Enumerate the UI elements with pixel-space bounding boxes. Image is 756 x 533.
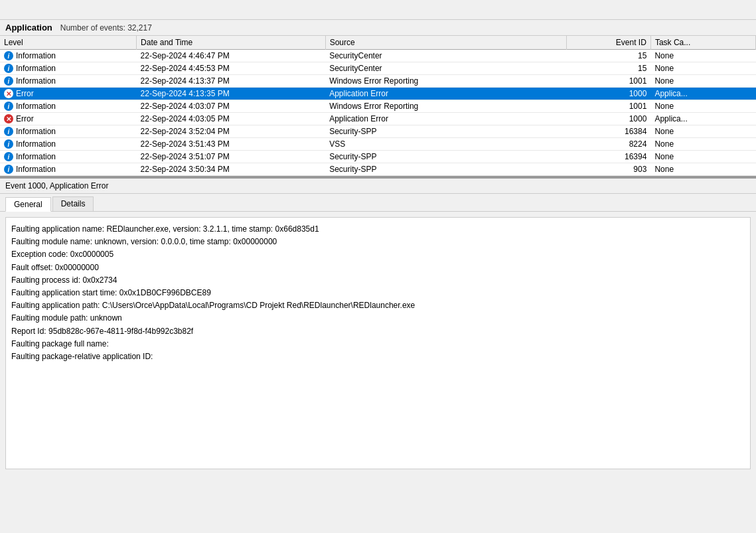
- col-header-taskcat[interactable]: Task Ca...: [650, 36, 755, 50]
- info-icon: i: [4, 165, 13, 174]
- table-row[interactable]: ✕Error22-Sep-2024 4:03:05 PMApplication …: [0, 113, 756, 125]
- cell-datetime: 22-Sep-2024 3:52:04 PM: [137, 125, 326, 138]
- detail-line: Faulting application name: REDlauncher.e…: [11, 223, 745, 236]
- cell-taskcat: Applica...: [650, 113, 755, 125]
- tabs-bar: General Details: [0, 194, 756, 212]
- cell-source: Windows Error Reporting: [325, 100, 567, 113]
- cell-level: ✕Error: [0, 88, 137, 100]
- detail-line: Fault offset: 0x00000000: [11, 262, 745, 274]
- table-row[interactable]: iInformation22-Sep-2024 3:51:07 PMSecuri…: [0, 151, 756, 163]
- cell-datetime: 22-Sep-2024 3:51:07 PM: [137, 151, 326, 163]
- info-icon: i: [4, 127, 13, 136]
- cell-taskcat: None: [650, 138, 755, 151]
- cell-source: SecurityCenter: [325, 50, 567, 62]
- table-row[interactable]: ✕Error22-Sep-2024 4:13:35 PMApplication …: [0, 88, 756, 100]
- cell-taskcat: None: [650, 75, 755, 88]
- cell-datetime: 22-Sep-2024 4:03:05 PM: [137, 113, 326, 125]
- info-icon: i: [4, 51, 13, 60]
- cell-datetime: 22-Sep-2024 3:50:34 PM: [137, 163, 326, 176]
- cell-eventid: 15: [567, 62, 651, 75]
- table-row[interactable]: iInformation22-Sep-2024 3:50:34 PMSecuri…: [0, 163, 756, 176]
- info-icon: i: [4, 64, 13, 73]
- table-header-row: Level Date and Time Source Event ID Task…: [0, 36, 756, 50]
- info-icon: i: [4, 152, 13, 161]
- error-icon: ✕: [4, 114, 13, 123]
- cell-datetime: 22-Sep-2024 4:45:53 PM: [137, 62, 326, 75]
- cell-taskcat: None: [650, 62, 755, 75]
- tab-details[interactable]: Details: [52, 196, 94, 211]
- cell-datetime: 22-Sep-2024 4:03:07 PM: [137, 100, 326, 113]
- detail-line: Faulting process id: 0x0x2734: [11, 274, 745, 287]
- error-icon: ✕: [4, 89, 13, 98]
- cell-eventid: 16384: [567, 125, 651, 138]
- level-text: Information: [16, 76, 56, 86]
- cell-eventid: 1001: [567, 75, 651, 88]
- cell-taskcat: None: [650, 100, 755, 113]
- events-table: Level Date and Time Source Event ID Task…: [0, 36, 756, 176]
- cell-eventid: 8224: [567, 138, 651, 151]
- detail-line: Faulting package-relative application ID…: [11, 350, 745, 363]
- event-count: Number of events: 32,217: [60, 23, 152, 33]
- table-row[interactable]: iInformation22-Sep-2024 4:13:37 PMWindow…: [0, 75, 756, 88]
- cell-datetime: 22-Sep-2024 4:13:37 PM: [137, 75, 326, 88]
- detail-line: Faulting module path: unknown: [11, 312, 745, 325]
- cell-source: Application Error: [325, 88, 567, 100]
- level-text: Information: [16, 152, 56, 161]
- events-table-container: Level Date and Time Source Event ID Task…: [0, 36, 756, 177]
- log-title: Application: [5, 23, 52, 33]
- level-text: Information: [16, 102, 56, 111]
- detail-line: Faulting package full name:: [11, 338, 745, 350]
- table-row[interactable]: iInformation22-Sep-2024 4:03:07 PMWindow…: [0, 100, 756, 113]
- detail-line: Faulting module name: unknown, version: …: [11, 236, 745, 248]
- table-row[interactable]: iInformation22-Sep-2024 4:46:47 PMSecuri…: [0, 50, 756, 62]
- col-header-level[interactable]: Level: [0, 36, 137, 50]
- tab-general[interactable]: General: [5, 197, 51, 212]
- cell-level: iInformation: [0, 75, 137, 88]
- detail-content-area: Faulting application name: REDlauncher.e…: [5, 217, 751, 469]
- col-header-eventid[interactable]: Event ID: [567, 36, 651, 50]
- info-icon: i: [4, 139, 13, 149]
- table-row[interactable]: iInformation22-Sep-2024 3:52:04 PMSecuri…: [0, 125, 756, 138]
- col-header-source[interactable]: Source: [325, 36, 567, 50]
- detail-line: Faulting application path: C:\Users\Orce…: [11, 299, 745, 312]
- table-row[interactable]: iInformation22-Sep-2024 3:51:43 PMVSS822…: [0, 138, 756, 151]
- table-row[interactable]: iInformation22-Sep-2024 4:45:53 PMSecuri…: [0, 62, 756, 75]
- cell-datetime: 22-Sep-2024 3:51:43 PM: [137, 138, 326, 151]
- header-bar: Application Number of events: 32,217: [0, 20, 756, 36]
- cell-source: Security-SPP: [325, 163, 567, 176]
- level-text: Error: [16, 114, 34, 123]
- level-text: Information: [16, 51, 56, 60]
- cell-taskcat: None: [650, 151, 755, 163]
- cell-eventid: 1001: [567, 100, 651, 113]
- cell-taskcat: Applica...: [650, 88, 755, 100]
- cell-level: iInformation: [0, 62, 137, 75]
- col-header-datetime[interactable]: Date and Time: [137, 36, 326, 50]
- cell-level: iInformation: [0, 151, 137, 163]
- cell-taskcat: None: [650, 163, 755, 176]
- cell-taskcat: None: [650, 50, 755, 62]
- cell-level: iInformation: [0, 100, 137, 113]
- cell-eventid: 1000: [567, 113, 651, 125]
- cell-source: VSS: [325, 138, 567, 151]
- level-text: Information: [16, 165, 56, 174]
- cell-level: iInformation: [0, 163, 137, 176]
- cell-source: Security-SPP: [325, 125, 567, 138]
- level-text: Information: [16, 64, 56, 73]
- info-icon: i: [4, 76, 13, 86]
- cell-source: Application Error: [325, 113, 567, 125]
- detail-line: Exception code: 0xc0000005: [11, 248, 745, 261]
- level-text: Error: [16, 89, 34, 98]
- level-text: Information: [16, 127, 56, 136]
- cell-source: Security-SPP: [325, 151, 567, 163]
- cell-datetime: 22-Sep-2024 4:46:47 PM: [137, 50, 326, 62]
- cell-level: iInformation: [0, 138, 137, 151]
- cell-eventid: 1000: [567, 88, 651, 100]
- detail-line: Faulting application start time: 0x0x1DB…: [11, 287, 745, 299]
- cell-eventid: 903: [567, 163, 651, 176]
- detail-pane-header: Event 1000, Application Error: [0, 177, 756, 194]
- info-icon: i: [4, 102, 13, 111]
- top-bar: [0, 0, 756, 20]
- level-text: Information: [16, 139, 56, 149]
- cell-eventid: 16394: [567, 151, 651, 163]
- cell-taskcat: None: [650, 125, 755, 138]
